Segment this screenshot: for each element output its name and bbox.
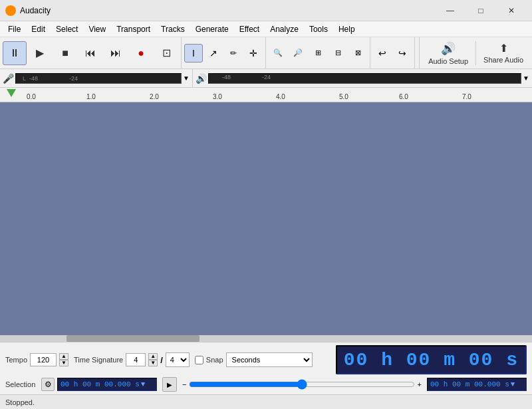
statusbar: Stopped. (0, 394, 532, 409)
playback-plus-label: + (418, 380, 422, 388)
share-audio-icon: ⬆ (499, 42, 508, 55)
selection-end-arrow: ▼ (511, 380, 515, 388)
time-sig-separator: / (160, 355, 163, 365)
timeline-ruler[interactable]: 0.0 1.0 2.0 3.0 4.0 5.0 6.0 7.0 (0, 88, 532, 102)
envelope-tool-button[interactable]: ↗ (204, 44, 223, 63)
time-sig-den-select[interactable]: 4 8 16 (166, 352, 190, 367)
selection-start-arrow: ▼ (141, 380, 146, 388)
undo-button[interactable]: ↩ (373, 44, 392, 63)
window-buttons: — □ ✕ (435, 0, 527, 21)
tempo-label: Tempo (5, 356, 27, 364)
audio-actions-toolbar: 🔊 Audio Setup ⬆ Share Audio (419, 37, 532, 68)
playback-play-button[interactable]: ▶ (162, 377, 177, 392)
horizontal-scrollbar[interactable] (0, 335, 532, 342)
menu-item-effect[interactable]: Effect (234, 23, 265, 35)
bottom-controls: Tempo ▲ ▼ Time Signature ▲ ▼ / 4 8 16 (0, 342, 532, 394)
snap-checkbox[interactable] (195, 356, 203, 364)
selection-end-display: 00 h 00 m 00.000 s ▼ (427, 378, 527, 391)
output-vu-meter: -48 -24 (208, 73, 521, 84)
record-button[interactable]: ● (129, 41, 153, 65)
scrollbar-thumb[interactable] (66, 335, 200, 342)
input-down-arrow[interactable]: ▼ (183, 74, 190, 82)
skip-start-button[interactable]: ⏮ (78, 41, 102, 65)
ruler-1: 1.0 (86, 93, 96, 100)
vu-scale-l1: L (23, 75, 26, 82)
time-sig-num-input[interactable] (126, 353, 146, 366)
ruler-2: 2.0 (150, 93, 159, 100)
app-title: Audacity (20, 6, 435, 15)
playback-slider-area: − + (180, 379, 424, 390)
selection-start-display: 00 h 00 m 00.000 s ▼ (57, 378, 157, 391)
playback-rate-slider[interactable] (189, 379, 414, 390)
skip-end-button[interactable]: ⏭ (104, 41, 128, 65)
menu-item-transport[interactable]: Transport (111, 23, 156, 35)
input-mic-icon[interactable]: 🎤 (3, 73, 14, 84)
input-vu-meter: L -48 -24 (15, 73, 182, 84)
fit-project-button[interactable]: ⊞ (309, 44, 327, 63)
menu-item-help[interactable]: Help (333, 23, 360, 35)
audio-setup-button[interactable]: 🔊 Audio Setup (422, 39, 474, 68)
loop-button[interactable]: ⊡ (154, 41, 178, 65)
menu-item-tracks[interactable]: Tracks (156, 23, 190, 35)
close-button[interactable]: ✕ (496, 0, 527, 21)
tools-toolbar: I ↗ ✏ ✛ (182, 37, 266, 68)
selection-settings-button[interactable]: ⚙ (41, 378, 55, 391)
ruler-4: 4.0 (276, 93, 285, 100)
menu-item-view[interactable]: View (83, 23, 111, 35)
audio-setup-icon: 🔊 (441, 41, 456, 56)
ruler-7: 7.0 (462, 93, 471, 100)
menu-item-file[interactable]: File (3, 23, 26, 35)
ruler-0: 0.0 (27, 93, 36, 100)
share-audio-label: Share Audio (483, 56, 523, 64)
selection-end-section: 00 h 00 m 00.000 s ▼ (427, 378, 527, 391)
time-sig-num-spin: ▲ ▼ (148, 353, 158, 366)
tempo-input[interactable] (30, 353, 57, 366)
selection-end-value: 00 h 00 m 00.000 s (430, 380, 509, 388)
maximize-button[interactable]: □ (466, 0, 496, 21)
selection-inputs: ⚙ 00 h 00 m 00.000 s ▼ (41, 378, 157, 391)
time-display: 00 h 00 m 00 s (336, 345, 527, 374)
input-vu-section: 🎤 L -48 -24 ▼ (0, 69, 193, 87)
menu-item-select[interactable]: Select (51, 23, 83, 35)
menu-item-edit[interactable]: Edit (26, 23, 51, 35)
track-area[interactable] (0, 102, 532, 342)
menu-item-tools[interactable]: Tools (304, 23, 333, 35)
minimize-button[interactable]: — (435, 0, 466, 21)
ruler-3: 3.0 (213, 93, 222, 100)
time-signature-section: Time Signature ▲ ▼ / 4 8 16 (74, 352, 190, 367)
multitool-button[interactable]: ✛ (244, 44, 263, 63)
separator (475, 41, 476, 65)
select-tool-button[interactable]: I (184, 44, 203, 63)
zoom-out-button[interactable]: 🔎 (289, 44, 307, 63)
zoom-toggle-button[interactable]: ⊠ (348, 44, 367, 63)
time-sig-num-down[interactable]: ▼ (148, 360, 158, 366)
draw-tool-button[interactable]: ✏ (224, 44, 243, 63)
menu-item-analyze[interactable]: Analyze (265, 23, 304, 35)
time-sig-label: Time Signature (74, 356, 123, 364)
menu-item-generate[interactable]: Generate (190, 23, 234, 35)
output-down-arrow[interactable]: ▼ (523, 74, 529, 82)
vu-meters-bar: 🎤 L -48 -24 ▼ 🔊 -48 -24 ▼ (0, 69, 532, 88)
status-text: Stopped. (5, 398, 35, 406)
undo-redo-toolbar: ↩ ↪ (370, 37, 415, 68)
tempo-spin: ▲ ▼ (59, 353, 68, 366)
ruler-5: 5.0 (339, 93, 348, 100)
tempo-down-button[interactable]: ▼ (59, 360, 68, 366)
pause-button[interactable]: ⏸ (3, 41, 27, 65)
stop-button[interactable]: ■ (53, 41, 77, 65)
fit-vertical-button[interactable]: ⊟ (329, 44, 347, 63)
output-speaker-icon[interactable]: 🔊 (196, 73, 207, 84)
zoom-in-button[interactable]: 🔍 (269, 44, 287, 63)
play-button[interactable]: ▶ (28, 41, 52, 65)
transport-toolbar: ⏸ ▶ ■ ⏮ ⏭ ● ⊡ (0, 37, 182, 68)
selection-start-value: 00 h 00 m 00.000 s (61, 380, 140, 388)
snap-dropdown[interactable]: Seconds Minutes Beats Bars (226, 352, 313, 367)
tempo-up-button[interactable]: ▲ (59, 353, 68, 360)
time-sig-num-up[interactable]: ▲ (148, 353, 158, 360)
tempo-section: Tempo ▲ ▼ (5, 353, 68, 366)
controls-row-1: Tempo ▲ ▼ Time Signature ▲ ▼ / 4 8 16 (5, 345, 527, 374)
redo-button[interactable]: ↪ (393, 44, 412, 63)
share-audio-button[interactable]: ⬆ Share Audio (477, 39, 529, 68)
snap-label: Snap (206, 356, 223, 364)
ruler-6: 6.0 (399, 93, 408, 100)
